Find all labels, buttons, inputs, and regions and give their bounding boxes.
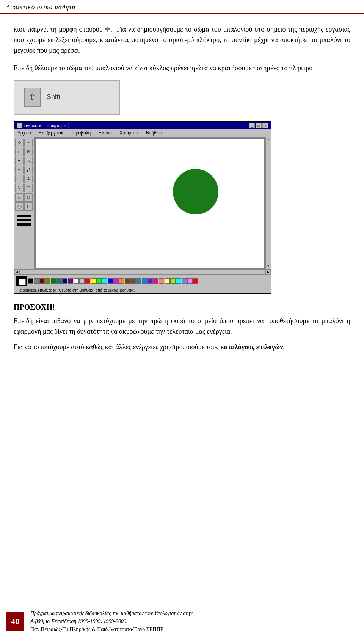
paint-menubar: Αρχείο Επεξεργασία Προβολή Εικόνα Χρώματ… [14, 129, 271, 137]
tool-text[interactable]: A [24, 175, 33, 183]
color-swatch[interactable] [51, 278, 56, 284]
tool-zoom[interactable]: 🔍 [24, 157, 33, 165]
tool-row-3: ✒ 🔍 [15, 157, 33, 165]
color-swatch[interactable] [136, 278, 141, 284]
tool-row-1: ⊹ ⌖ [15, 139, 33, 147]
color-swatch[interactable] [108, 278, 113, 284]
main-content: κιού παίρνει τη μορφή σταυρού ✛. Για να … [0, 14, 364, 365]
paint-app-icon [17, 123, 22, 128]
tool-rect[interactable]: ▭ [15, 193, 24, 202]
tool-curve[interactable]: ⌒ [24, 184, 33, 192]
brush-size-3[interactable] [17, 223, 31, 226]
color-swatch[interactable] [119, 278, 124, 284]
color-swatch[interactable] [176, 278, 181, 284]
color-swatch[interactable] [125, 278, 130, 284]
minimize-button[interactable]: _ [249, 123, 255, 128]
color-swatch[interactable] [68, 278, 73, 284]
menu-file[interactable]: Αρχείο [16, 130, 33, 136]
color-swatch[interactable] [34, 278, 39, 284]
menu-edit[interactable]: Επεξεργασία [37, 130, 66, 136]
color-swatch[interactable] [130, 278, 136, 284]
color-swatch[interactable] [187, 278, 193, 284]
color-swatch[interactable] [39, 278, 45, 284]
tool-pencil[interactable]: ✏ [15, 166, 24, 174]
foreground-color-box[interactable] [16, 276, 27, 286]
attention-para-2-before: Για να το πετύχουμε αυτό καθώς και άλλες… [14, 343, 220, 351]
attention-para-2-after: . [283, 343, 285, 351]
footer-line-1: Πρόγραμμα πειραματικής διδασκαλίας του μ… [30, 609, 193, 617]
tool-eraser[interactable]: □ [15, 148, 24, 156]
tool-ellipse[interactable]: ◯ [15, 202, 24, 211]
shift-label-text: Shift [47, 93, 60, 101]
maximize-button[interactable]: □ [256, 123, 262, 128]
color-swatch[interactable] [96, 278, 102, 284]
color-palette [28, 278, 269, 284]
tool-airbrush[interactable]: ∴ [15, 175, 24, 183]
shift-key-box: ⇧ Shift [14, 80, 120, 115]
attention-title: ΠΡΟΣΟΧΗ! [14, 303, 350, 312]
footer-line-3: Παν.Πειραιώς-Τμ.Πληρ/κής & Παιδ.Ινστιτού… [30, 625, 193, 633]
attention-para-1: Επειδή είναι πιθανό να μην πετύχουμε με … [14, 315, 350, 337]
paint-title-text: ανώνυμο - Ζωγραφική [24, 123, 69, 128]
color-swatch[interactable] [113, 278, 119, 284]
color-swatch[interactable] [193, 278, 198, 284]
tool-select[interactable]: ⊹ [15, 139, 24, 147]
paragraph-1: κιού παίρνει τη μορφή σταυρού ✛. Για να … [14, 24, 350, 56]
menu-view[interactable]: Προβολή [71, 130, 92, 136]
menu-help[interactable]: Βοήθεια [144, 130, 164, 136]
footer-text: Πρόγραμμα πειραματικής διδασκαλίας του μ… [30, 609, 193, 633]
color-swatch[interactable] [159, 278, 164, 284]
tool-polygon[interactable]: ⬠ [24, 193, 33, 202]
tool-row-4: ✏ 🖌 [15, 166, 33, 174]
paint-status: Για βοήθεια, επιλέξτε τα "Θέματα στη Βοή… [14, 287, 271, 293]
color-swatch[interactable] [62, 278, 67, 284]
tool-rrect[interactable]: ▢ [24, 202, 33, 211]
color-swatch[interactable] [85, 278, 90, 284]
paint-window: ανώνυμο - Ζωγραφική _ □ ✕ Αρχείο Επεξεργ… [14, 121, 271, 294]
color-swatch[interactable] [142, 278, 147, 284]
close-button[interactable]: ✕ [262, 123, 268, 128]
color-swatch[interactable] [147, 278, 153, 284]
scroll-left-arrow[interactable]: ◀ [14, 269, 20, 274]
paint-titlebar: ανώνυμο - Ζωγραφική _ □ ✕ [14, 122, 271, 129]
paint-canvas-area[interactable] [34, 137, 265, 269]
header: Διδακτικό υλικό μαθητή [0, 0, 364, 14]
paint-titlebar-left: ανώνυμο - Ζωγραφική [17, 123, 69, 128]
tool-line[interactable]: ╲ [15, 184, 24, 192]
tool-row-6: ╲ ⌒ [15, 184, 33, 192]
paragraph-1-text: κιού παίρνει τη μορφή σταυρού ✛. Για να … [14, 25, 350, 54]
color-swatch[interactable] [79, 278, 85, 284]
paint-scrollbar-right: ▲ ▼ [265, 137, 271, 269]
paint-body: ⊹ ⌖ □ ⊡ ✒ 🔍 ✏ 🖌 ∴ A [14, 137, 271, 269]
shift-up-arrow: ⇧ [29, 93, 36, 101]
color-swatch[interactable] [45, 278, 50, 284]
tool-fill[interactable]: ⊡ [24, 148, 33, 156]
menu-colors[interactable]: Χρώματα [118, 130, 140, 136]
attention-para-2-highlight: καταλόγους επιλογών [220, 343, 283, 351]
menu-image[interactable]: Εικόνα [97, 130, 113, 136]
color-swatch[interactable] [102, 278, 107, 284]
color-swatch[interactable] [170, 278, 176, 284]
paint-canvas[interactable] [36, 139, 264, 268]
tool-brush[interactable]: 🖌 [24, 166, 33, 174]
color-swatch[interactable] [182, 278, 187, 284]
brush-sizes [15, 214, 33, 227]
color-swatch[interactable] [91, 278, 96, 284]
scroll-up-arrow[interactable]: ▲ [266, 137, 271, 142]
brush-size-2[interactable] [17, 219, 31, 221]
color-swatch[interactable] [153, 278, 158, 284]
shift-arrow-box: ⇧ [24, 88, 41, 107]
tool-row-5: ∴ A [15, 175, 33, 183]
color-swatch[interactable] [28, 278, 33, 284]
tool-eyedrop[interactable]: ✒ [15, 157, 24, 165]
scroll-down-arrow[interactable]: ▼ [266, 264, 271, 269]
color-swatch[interactable] [56, 278, 62, 284]
scroll-right-arrow[interactable]: ▶ [265, 269, 271, 274]
background-color-box [19, 279, 26, 285]
tool-lasso[interactable]: ⌖ [24, 139, 33, 147]
color-swatch[interactable] [74, 278, 79, 284]
paint-titlebar-controls: _ □ ✕ [249, 123, 268, 128]
color-swatch[interactable] [165, 278, 170, 284]
brush-size-1[interactable] [17, 215, 31, 217]
paint-hscroll: ◀ ▶ [14, 269, 271, 274]
